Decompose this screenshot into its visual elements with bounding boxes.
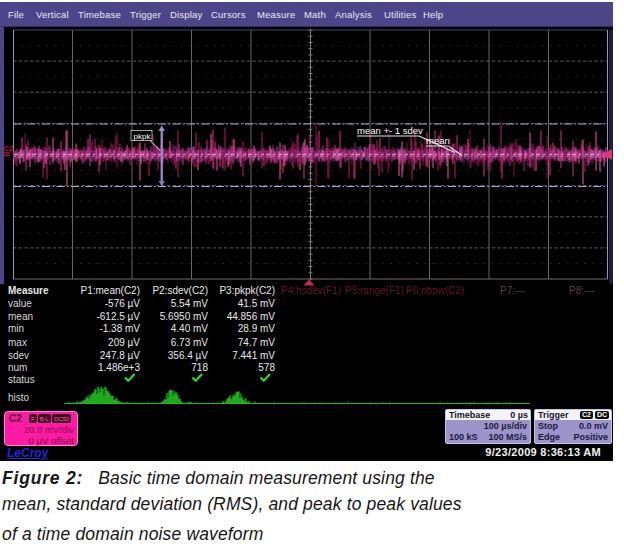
svg-text:mean +- 1 sdev: mean +- 1 sdev — [357, 125, 423, 136]
svg-text:pkpk: pkpk — [134, 132, 152, 141]
svg-text:mean: mean — [426, 135, 450, 146]
svg-text:C2: C2 — [4, 144, 14, 153]
